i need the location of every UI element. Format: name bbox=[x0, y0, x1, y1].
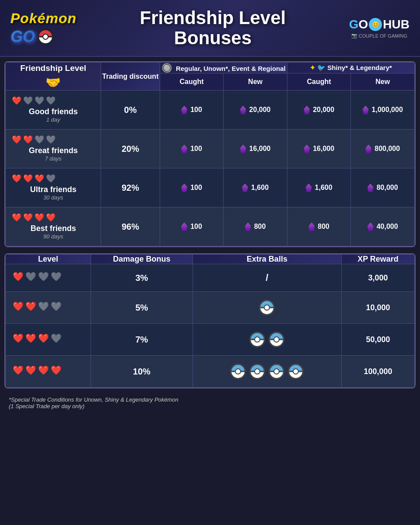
heart-filled-icon: ❤️ bbox=[25, 334, 36, 343]
bonus-table-row: ❤️🤍🤍🤍 3% / 3,000 bbox=[6, 264, 415, 292]
table-header-row-1: Friendship Level 🤝 Trading discount 🔘 Re… bbox=[6, 63, 415, 74]
shiny-star-icon: ✦ bbox=[310, 64, 317, 71]
damage-bonus-cell-2: 7% bbox=[91, 324, 193, 356]
xp-reward-header: XP Reward bbox=[342, 255, 415, 264]
bonus-level-cell-3: ❤️❤️❤️❤️ bbox=[6, 356, 91, 388]
heart-empty-icon: 🤍 bbox=[38, 272, 49, 281]
bonus-hearts-3: ❤️❤️❤️❤️ bbox=[13, 366, 84, 377]
shiny-header-text: Shiny* & Legendary* bbox=[327, 64, 392, 71]
heart-filled-icon: ❤️ bbox=[23, 214, 33, 221]
heart-filled-icon: ❤️ bbox=[35, 214, 44, 221]
heart-empty-icon: 🤍 bbox=[23, 97, 33, 105]
pokeball-ball-icon bbox=[259, 300, 275, 315]
trading-discount-header: Trading discount bbox=[101, 63, 160, 91]
friendship-level-header: Friendship Level 🤝 bbox=[6, 63, 101, 91]
pokeball-ball-icon bbox=[269, 364, 284, 379]
bonus-level-cell-2: ❤️❤️❤️🤍 bbox=[6, 324, 91, 356]
shiny-caught-cell-2: 1,600 bbox=[287, 168, 351, 207]
main-content: Friendship Level 🤝 Trading discount 🔘 Re… bbox=[0, 57, 420, 417]
pokeball-icon bbox=[38, 29, 53, 45]
shiny-caught-cell-1: 16,000 bbox=[287, 130, 351, 168]
regular-caught-cell-0: 100 bbox=[160, 91, 224, 130]
stardust-value: 20,000 bbox=[228, 105, 283, 114]
damage-bonus-header: Damage Bonus bbox=[91, 255, 193, 264]
bonus-table-row: ❤️❤️❤️❤️ 10% 100,000 bbox=[6, 356, 415, 388]
heart-filled-icon: ❤️ bbox=[12, 175, 21, 182]
regular-group-header: 🔘 Regular, Unown*, Event & Regional bbox=[160, 63, 287, 74]
bonus-hearts-0: ❤️🤍🤍🤍 bbox=[13, 272, 84, 284]
trading-table-wrapper: Friendship Level 🤝 Trading discount 🔘 Re… bbox=[4, 61, 416, 247]
stardust-crystal-icon bbox=[242, 183, 248, 192]
extra-balls-header: Extra Balls bbox=[192, 255, 341, 264]
heart-empty-icon: 🤍 bbox=[51, 334, 62, 343]
shiny-new-cell-2: 80,000 bbox=[351, 168, 415, 207]
level-days-2: 30 days bbox=[12, 194, 94, 201]
heart-filled-icon: ❤️ bbox=[13, 334, 24, 343]
level-days-3: 90 days bbox=[12, 233, 94, 240]
discount-value-0: 0% bbox=[105, 105, 155, 115]
level-name-0: Good friends bbox=[12, 107, 94, 116]
shiny-group-header: ✦ 🐦 Shiny* & Legendary* bbox=[287, 63, 414, 74]
handshake-icon: 🤝 bbox=[6, 75, 101, 90]
shiny-caught-cell-0: 20,000 bbox=[287, 91, 351, 130]
balls-container bbox=[197, 300, 337, 315]
level-cell-1: ❤️❤️🤍🤍 Great friends 7 days bbox=[6, 130, 101, 168]
regular-header-text: Regular, Unown*, Event & Regional bbox=[176, 65, 286, 72]
heart-filled-icon: ❤️ bbox=[25, 302, 36, 311]
stardust-crystal-icon bbox=[363, 105, 369, 114]
pokemon-go-logo: Pokémon GO bbox=[10, 10, 77, 46]
balls-container bbox=[197, 332, 337, 347]
extra-balls-cell-0: / bbox=[192, 264, 341, 292]
heart-empty-icon: 🤍 bbox=[35, 136, 44, 144]
heart-filled-icon: ❤️ bbox=[12, 214, 21, 221]
shiny-new-cell-0: 1,000,000 bbox=[351, 91, 415, 130]
heart-empty-icon: 🤍 bbox=[46, 136, 56, 144]
gohub-text-row: GO 😊 HUB bbox=[349, 18, 410, 32]
heart-filled-icon: ❤️ bbox=[35, 175, 44, 182]
stardust-value: 20,000 bbox=[292, 105, 346, 114]
trading-table-row: ❤️🤍🤍🤍 Good friends 1 day 0% 100 20,000 2… bbox=[6, 91, 415, 130]
bonus-table-row: ❤️❤️🤍🤍 5% 10,000 bbox=[6, 292, 415, 324]
stardust-crystal-icon bbox=[304, 105, 310, 114]
stardust-crystal-icon bbox=[181, 222, 187, 231]
title-line2: Bonuses bbox=[174, 28, 252, 48]
heart-filled-icon: ❤️ bbox=[25, 366, 36, 374]
trading-table-row: ❤️❤️❤️❤️ Best friends 90 days 96% 100 80… bbox=[6, 207, 415, 246]
bonus-table-wrapper: Level Damage Bonus Extra Balls XP Reward… bbox=[4, 253, 416, 388]
go-text: GO bbox=[10, 28, 35, 46]
friendship-level-header-text: Friendship Level bbox=[6, 63, 101, 74]
stardust-crystal-icon bbox=[181, 144, 187, 153]
regular-new-cell-1: 16,000 bbox=[224, 130, 287, 168]
bonus-header-row: Level Damage Bonus Extra Balls XP Reward bbox=[6, 255, 415, 264]
bonus-table-body: ❤️🤍🤍🤍 3% / 3,000 ❤️❤️🤍🤍 5% 10,000 ❤️❤️❤️… bbox=[6, 264, 415, 388]
heart-filled-icon: ❤️ bbox=[23, 175, 33, 182]
bonus-table: Level Damage Bonus Extra Balls XP Reward… bbox=[5, 254, 415, 388]
bonus-level-cell-1: ❤️❤️🤍🤍 bbox=[6, 292, 91, 324]
extra-balls-cell-1 bbox=[192, 292, 341, 324]
heart-empty-icon: 🤍 bbox=[35, 97, 44, 105]
footer-note: *Special Trade Conditions for Unown, Shi… bbox=[4, 393, 416, 413]
pokeball-ball-icon bbox=[230, 364, 246, 379]
shiny-new-label: New bbox=[375, 78, 390, 85]
legendary-bird-icon: 🐦 bbox=[317, 64, 327, 71]
discount-cell-3: 96% bbox=[101, 207, 160, 246]
heart-filled-icon: ❤️ bbox=[38, 366, 49, 374]
level-cell-2: ❤️❤️❤️🤍 Ultra friends 30 days bbox=[6, 168, 101, 207]
level-days-1: 7 days bbox=[12, 155, 94, 162]
trading-table-body: ❤️🤍🤍🤍 Good friends 1 day 0% 100 20,000 2… bbox=[6, 91, 415, 246]
stardust-value: 800,000 bbox=[355, 144, 410, 153]
pokeball-ball-icon bbox=[269, 332, 284, 347]
regular-icon: 🔘 bbox=[161, 63, 172, 73]
stardust-value: 800 bbox=[228, 222, 283, 231]
level-name-2: Ultra friends bbox=[12, 185, 94, 194]
regular-new-cell-2: 1,600 bbox=[224, 168, 287, 207]
stardust-crystal-icon bbox=[365, 144, 371, 153]
heart-filled-icon: ❤️ bbox=[51, 366, 62, 374]
stardust-crystal-icon bbox=[368, 222, 374, 231]
heart-empty-icon: 🤍 bbox=[25, 272, 36, 281]
gohub-logo: GO 😊 HUB 📷 COUPLE OF GAMING bbox=[349, 18, 410, 38]
discount-value-2: 92% bbox=[105, 183, 155, 193]
extra-balls-cell-2 bbox=[192, 324, 341, 356]
title-line1: Friendship Level bbox=[140, 7, 286, 28]
trading-discount-text: Trading discount bbox=[101, 73, 159, 80]
